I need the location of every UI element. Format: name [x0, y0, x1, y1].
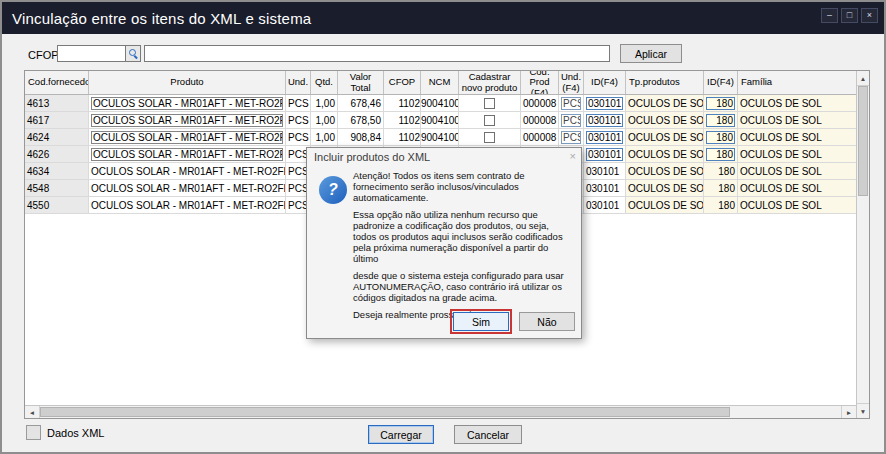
new-product-checkbox[interactable]: [484, 115, 495, 126]
table-row[interactable]: 4617 OCULOS SOLAR - MR01AFT - MET-RO2FLA…: [25, 112, 856, 129]
cell-tp-produtos: OCULOS DE SOL: [626, 197, 704, 213]
column-header-cadastrar-novo-produto[interactable]: Cadastrar novo produto: [459, 71, 521, 94]
dialog-paragraph: Atenção! Todos os itens sem contrato de …: [353, 170, 574, 203]
cell-valor-total: 678,46: [338, 95, 384, 111]
und-f4-input[interactable]: PCS: [561, 114, 581, 127]
und-f4-input[interactable]: PCS: [561, 97, 581, 110]
cell-familia: OCULOS DE SOL: [738, 146, 856, 162]
horizontal-scrollbar[interactable]: ◄ ►: [25, 405, 856, 418]
cell-cadastrar: [459, 112, 521, 128]
scroll-right-icon[interactable]: ►: [841, 406, 856, 418]
und-f4-input[interactable]: PCS: [561, 131, 581, 144]
column-header-id-f4[interactable]: ID(F4): [584, 71, 626, 94]
dialog-paragraph: desde que o sistema esteja configurado p…: [353, 270, 574, 303]
cell-cod-fornecedor: 4624: [25, 129, 89, 145]
cfop-search-button[interactable]: [125, 45, 141, 62]
id-f4-input[interactable]: 030101: [586, 114, 623, 127]
maximize-icon[interactable]: □: [841, 8, 858, 23]
cancelar-button[interactable]: Cancelar: [454, 425, 522, 444]
cell-cadastrar: [459, 129, 521, 145]
dialog-message: Atenção! Todos os itens sem contrato de …: [353, 170, 574, 326]
cell-qtd: 1,00: [311, 112, 338, 128]
column-header-familia[interactable]: Família: [738, 71, 856, 94]
id-f4-2-input[interactable]: 180: [706, 97, 735, 110]
produto-input[interactable]: OCULOS SOLAR - MR01AFT - MET-RO2FLAT-BLA…: [91, 97, 283, 110]
cfop-input[interactable]: [57, 45, 126, 62]
column-header-ncm[interactable]: NCM: [421, 71, 459, 94]
cell-id-f4-2: 180: [704, 112, 738, 128]
dialog-close-icon[interactable]: ×: [570, 150, 576, 162]
cell-produto: OCULOS SOLAR - MR01AFT - MET-RO2FLAT-BLA…: [89, 163, 286, 179]
no-button[interactable]: Não: [519, 312, 575, 331]
confirm-dialog: Incluir produtos do XML × ? Atenção! Tod…: [306, 147, 582, 339]
new-product-checkbox[interactable]: [484, 132, 495, 143]
cell-id-f4: 030101: [584, 163, 626, 179]
cell-tp-produtos: OCULOS DE SOL: [626, 163, 704, 179]
cell-id-f4: 030101: [584, 129, 626, 145]
column-header-cod-fornecedor[interactable]: Cod.fornecedor: [25, 71, 89, 94]
cell-familia: OCULOS DE SOL: [738, 197, 856, 213]
new-product-checkbox[interactable]: [484, 98, 495, 109]
cell-produto: OCULOS SOLAR - MR01AFT - MET-RO2FLAT-BLA…: [89, 129, 286, 145]
cell-id-f4: 030101: [584, 197, 626, 213]
column-header-valor-total[interactable]: Valor Total: [338, 71, 384, 94]
produto-input[interactable]: OCULOS SOLAR - MR01AFT - MET-RO2FLAT-BLA…: [91, 131, 283, 144]
dados-xml-label: Dados XML: [47, 427, 104, 439]
vertical-scrollbar[interactable]: ▲ ▼: [856, 71, 869, 418]
scroll-up-icon[interactable]: ▲: [857, 71, 869, 86]
cell-id-f4-2: 180: [704, 197, 738, 213]
scroll-down-icon[interactable]: ▼: [857, 403, 869, 418]
id-f4-2-input[interactable]: 180: [706, 114, 735, 127]
cell-cfop: 1102: [384, 112, 421, 128]
cell-cod-prod-f4: 000008: [521, 95, 559, 111]
id-f4-2-input[interactable]: 180: [706, 148, 735, 161]
cell-cod-fornecedor: 4613: [25, 95, 89, 111]
id-f4-input[interactable]: 030101: [586, 148, 623, 161]
id-f4-2-input[interactable]: 180: [706, 131, 735, 144]
cell-id-f4-2: 180: [704, 95, 738, 111]
vertical-scroll-thumb[interactable]: [858, 86, 868, 196]
produto-input[interactable]: OCULOS SOLAR - MR01AFT - MET-RO2FLAT-BLA…: [91, 148, 283, 161]
id-f4-input[interactable]: 030101: [586, 97, 623, 110]
column-header-cod-prod-f4[interactable]: Cod. Prod (F4): [521, 71, 559, 94]
column-header-und[interactable]: Und.: [286, 71, 311, 94]
question-icon: ?: [319, 176, 347, 204]
cell-qtd: 1,00: [311, 129, 338, 145]
cell-tp-produtos: OCULOS DE SOL: [626, 146, 704, 162]
minimize-icon[interactable]: –: [821, 8, 838, 23]
cell-cod-prod-f4: 000008: [521, 112, 559, 128]
window-title: Vinculação entre os itens do XML e siste…: [12, 10, 311, 27]
cell-familia: OCULOS DE SOL: [738, 180, 856, 196]
cell-valor-total: 678,50: [338, 112, 384, 128]
dados-xml-swatch: [26, 425, 41, 440]
filter-input[interactable]: [144, 45, 610, 62]
column-header-id-f4-2[interactable]: ID(F4): [704, 71, 738, 94]
cell-cod-fornecedor: 4634: [25, 163, 89, 179]
cell-id-f4-2: 180: [704, 146, 738, 162]
grid-header: Cod.fornecedor Produto Und. Qtd. Valor T…: [25, 71, 856, 95]
id-f4-input[interactable]: 030101: [586, 131, 623, 144]
search-icon: [129, 49, 138, 58]
cell-cfop: 1102: [384, 129, 421, 145]
cell-und: PCS: [286, 112, 311, 128]
close-icon[interactable]: ×: [861, 8, 878, 23]
cell-und-f4: PCS: [559, 112, 584, 128]
aplicar-button[interactable]: Aplicar: [620, 44, 682, 63]
cell-produto: OCULOS SOLAR - MR01AFT - MET-RO2FLAT-BLA…: [89, 180, 286, 196]
column-header-tp-produtos[interactable]: Tp.produtos: [626, 71, 704, 94]
cell-cod-fornecedor: 4617: [25, 112, 89, 128]
produto-input[interactable]: OCULOS SOLAR - MR01AFT - MET-RO2FLAT-BLA…: [91, 114, 283, 127]
cell-id-f4-2: 180: [704, 163, 738, 179]
column-header-cfop[interactable]: CFOP: [384, 71, 421, 94]
scroll-left-icon[interactable]: ◄: [25, 406, 40, 418]
cell-familia: OCULOS DE SOL: [738, 163, 856, 179]
column-header-qtd[interactable]: Qtd.: [311, 71, 338, 94]
carregar-button[interactable]: Carregar: [368, 425, 434, 444]
yes-button[interactable]: Sim: [453, 312, 509, 331]
cell-ncm: 90041000: [421, 95, 459, 111]
horizontal-scroll-thumb[interactable]: [40, 407, 730, 417]
table-row[interactable]: 4613 OCULOS SOLAR - MR01AFT - MET-RO2FLA…: [25, 95, 856, 112]
column-header-produto[interactable]: Produto: [89, 71, 286, 94]
table-row[interactable]: 4624 OCULOS SOLAR - MR01AFT - MET-RO2FLA…: [25, 129, 856, 146]
column-header-und-f4[interactable]: Und. (F4): [559, 71, 584, 94]
